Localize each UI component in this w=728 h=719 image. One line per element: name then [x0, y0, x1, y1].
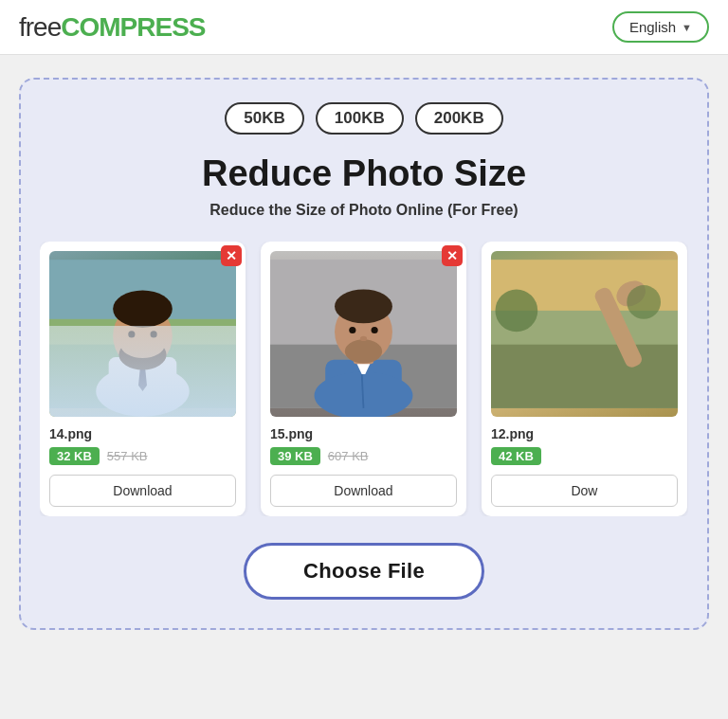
logo: freeCOMPRESS — [19, 12, 206, 43]
image-thumb-2 — [270, 251, 457, 417]
svg-point-31 — [627, 285, 661, 319]
size-old-1: 557 KB — [107, 449, 148, 463]
portrait-svg-1 — [49, 251, 236, 417]
svg-point-11 — [151, 331, 157, 337]
image-card-3: 12.png 42 KB Dow — [482, 242, 687, 516]
page-subtitle: Reduce the Size of Photo Online (For Fre… — [40, 202, 688, 219]
svg-point-20 — [345, 339, 382, 363]
svg-point-8 — [120, 331, 165, 358]
portrait-svg-2 — [270, 251, 457, 417]
portrait-svg-3 — [491, 251, 678, 417]
language-label: English — [629, 19, 676, 35]
filename-1: 14.png — [49, 426, 236, 441]
svg-point-22 — [349, 327, 355, 333]
compress-card: 50KB 100KB 200KB Reduce Photo Size Reduc… — [19, 78, 709, 630]
svg-rect-26 — [491, 345, 678, 408]
size-info-1: 32 KB 557 KB — [49, 447, 236, 465]
download-button-3[interactable]: Dow — [491, 475, 678, 507]
svg-rect-1 — [49, 336, 236, 408]
svg-marker-5 — [138, 360, 147, 391]
size-info-3: 42 KB — [491, 447, 678, 465]
svg-point-10 — [128, 331, 135, 337]
main-content: 50KB 100KB 200KB Reduce Photo Size Reduc… — [0, 55, 728, 653]
size-new-2: 39 KB — [270, 447, 320, 465]
svg-rect-4 — [109, 357, 177, 404]
svg-point-7 — [118, 339, 166, 369]
size-new-3: 42 KB — [491, 447, 541, 465]
image-card-1: ✕ — [40, 242, 246, 516]
language-selector[interactable]: English ▼ — [612, 11, 709, 43]
filename-2: 15.png — [270, 426, 457, 441]
svg-point-21 — [335, 289, 392, 323]
remove-button-1[interactable]: ✕ — [221, 245, 242, 266]
image-card-2: ✕ — [261, 242, 466, 516]
header: freeCOMPRESS English ▼ — [0, 0, 728, 55]
svg-rect-0 — [49, 260, 236, 408]
size-old-2: 607 KB — [328, 449, 369, 463]
size-new-1: 32 KB — [49, 447, 100, 465]
image-thumb-1 — [49, 251, 236, 417]
size-info-2: 39 KB 607 KB — [270, 447, 457, 465]
filename-3: 12.png — [491, 426, 678, 441]
svg-point-3 — [96, 366, 189, 417]
size-badge-200kb[interactable]: 200KB — [415, 102, 503, 135]
download-button-1[interactable]: Download — [49, 475, 236, 507]
logo-free-text: free — [19, 12, 61, 42]
size-badge-100kb[interactable]: 100KB — [316, 102, 404, 135]
svg-point-24 — [360, 336, 367, 341]
svg-point-23 — [372, 327, 378, 333]
remove-button-2[interactable]: ✕ — [442, 245, 463, 266]
choose-file-wrapper: Choose File — [40, 543, 688, 600]
logo-compress-text: COMPRESS — [61, 12, 205, 42]
download-button-2[interactable]: Download — [270, 475, 457, 507]
svg-point-30 — [495, 289, 537, 332]
page-title: Reduce Photo Size — [40, 153, 688, 194]
chevron-down-icon: ▼ — [682, 22, 692, 33]
image-card-row: ✕ — [40, 242, 688, 516]
size-badge-group: 50KB 100KB 200KB — [40, 102, 688, 135]
choose-file-button[interactable]: Choose File — [244, 543, 484, 600]
svg-point-9 — [113, 290, 173, 327]
size-badge-50kb[interactable]: 50KB — [225, 102, 303, 135]
image-thumb-3 — [491, 251, 678, 417]
